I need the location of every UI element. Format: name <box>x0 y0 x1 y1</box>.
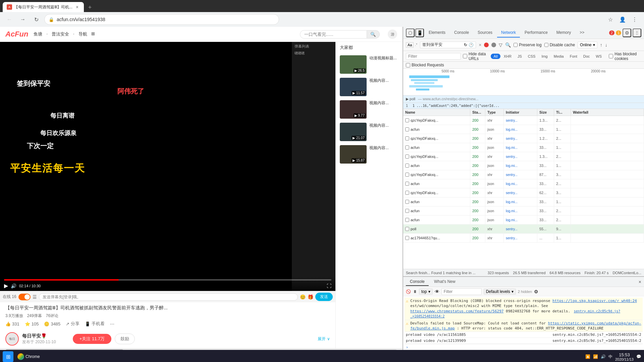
console-close-button[interactable]: × <box>639 279 641 285</box>
blocked-requests-checkbox[interactable] <box>406 63 410 67</box>
console-tab-whatsnew[interactable]: What's New <box>430 278 460 286</box>
refresh-button[interactable]: ↻ <box>31 14 42 25</box>
row-checkbox[interactable] <box>405 118 409 122</box>
emoji-icon[interactable]: 😊 <box>300 294 306 300</box>
row-checkbox[interactable] <box>405 218 409 222</box>
devtools-settings-button[interactable]: ⚙ <box>623 28 631 37</box>
star-stat[interactable]: ⭐ 105 <box>25 321 39 327</box>
table-row[interactable]: acfun 200 json log.mi... 33... 2... <box>403 179 644 188</box>
notification-icon[interactable]: 🔼 <box>585 354 590 359</box>
filter-img[interactable]: Img <box>539 54 550 59</box>
table-row[interactable]: acfun 200 json log.mi... 33... 1... <box>403 125 644 134</box>
danmaku-toggle[interactable] <box>18 294 31 300</box>
table-row[interactable]: qzcYepDFakxq... 200 xhr sentry... 62... … <box>403 188 644 197</box>
table-row[interactable]: acfun 200 json log.mi... 33... 1... <box>403 161 644 170</box>
coin-stat[interactable]: 🪙 3485 <box>44 321 60 327</box>
more-stat[interactable]: ⋯ <box>110 321 114 327</box>
inspect-element-button[interactable]: ⬡ <box>406 28 415 37</box>
nav-item-fish[interactable]: 鱼塘 <box>34 31 42 37</box>
row-checkbox[interactable] <box>405 164 409 168</box>
sourcemap-link[interactable]: https://static.yximgs.com/udata/pkg/acfu… <box>410 321 641 330</box>
star-button[interactable]: ☆ <box>605 14 616 25</box>
forward-button[interactable]: → <box>17 14 28 25</box>
chromestatus-link[interactable]: https://www.chromestatus.com/feature/562… <box>410 309 503 313</box>
play-button[interactable]: ▶ <box>4 283 8 289</box>
filter-all[interactable]: All <box>491 54 500 59</box>
row-checkbox[interactable] <box>405 182 409 186</box>
record-button[interactable] <box>484 43 489 47</box>
row-checkbox[interactable] <box>405 145 409 149</box>
tab-sources[interactable]: Sources <box>474 28 496 38</box>
refresh-search-icon[interactable]: ↻ <box>464 43 467 47</box>
console-tab-console[interactable]: Console <box>406 278 429 286</box>
filter-doc[interactable]: Doc <box>581 54 593 59</box>
nav-item-guide[interactable]: 导航 <box>78 31 87 37</box>
danmaku-input[interactable] <box>39 293 298 301</box>
expand-button[interactable]: 展开 ∨ <box>318 336 330 342</box>
taskbar-chrome-button[interactable]: Chrome <box>15 351 43 362</box>
tab-more[interactable]: >> <box>576 28 588 38</box>
online-dropdown[interactable]: Online ▾ <box>578 42 597 48</box>
header-waterfall[interactable]: Waterfall <box>571 109 644 116</box>
import-icon[interactable]: ↑ <box>600 42 602 48</box>
network-icon[interactable]: 📶 <box>593 354 598 359</box>
share-stat[interactable]: ↗ 分享 <box>66 321 79 327</box>
row-checkbox[interactable] <box>405 236 409 240</box>
filter-ws[interactable]: WS <box>593 54 604 59</box>
site-user-avatar[interactable]: 游 <box>388 29 397 39</box>
mobile-stat[interactable]: 📱 手机看 <box>85 321 105 327</box>
filter-font[interactable]: Font <box>567 54 580 59</box>
scrollbar-thumb[interactable] <box>6 349 123 350</box>
corb-link[interactable]: https://log.skg.ksapisvr.com/r wh40:24 <box>552 299 637 303</box>
account-button[interactable]: 👤 <box>617 14 628 25</box>
list-item[interactable]: ▶ 26.5 动漫视频标题... <box>336 53 402 76</box>
stop-recording-button[interactable] <box>491 43 496 47</box>
tab-memory[interactable]: Memory <box>552 28 575 38</box>
ime-indicator[interactable]: 中 <box>608 354 612 360</box>
header-size[interactable]: Size <box>537 109 554 116</box>
header-type[interactable]: Type <box>485 109 504 116</box>
fullscreen-button[interactable]: ⛶ <box>327 283 331 289</box>
table-row[interactable]: acfun 200 json log.mi... 33... 1... <box>403 143 644 152</box>
top-frame-selector[interactable]: top ▾ <box>419 289 433 295</box>
table-row[interactable]: poll 200 xhr sentry... 55... 9... <box>403 225 644 234</box>
show-desktop-button[interactable]: 💬 <box>636 354 641 359</box>
horizontal-scrollbar[interactable]: ◂ ▸ <box>0 348 402 350</box>
start-button[interactable]: ⊞ <box>3 351 13 362</box>
menu-button[interactable]: ⋮ <box>629 14 640 25</box>
nav-item-safety[interactable]: 普法安全 <box>52 31 69 37</box>
table-row[interactable]: qzcYepDFakxq... 200 xhr sentry... 1.3...… <box>403 116 644 125</box>
scroll-right-arrow[interactable]: ▸ <box>397 349 401 350</box>
devtools-more-button[interactable]: ⋮ <box>633 28 641 37</box>
site-search-input[interactable] <box>300 30 367 39</box>
table-row[interactable]: acfun 200 json log.mi... 33... 2... <box>403 206 644 216</box>
log-source-2[interactable]: sentry.min.c2c85c9d.js?_=1605254015554:2 <box>552 339 641 343</box>
filter-icon[interactable]: ▽ <box>499 42 502 48</box>
export-icon[interactable]: ↓ <box>605 42 607 48</box>
list-item[interactable]: ▶ 11.57 视频内容... <box>336 76 402 98</box>
table-row[interactable]: ac17944651?qu... 200 xhr sentry... ... 1… <box>403 234 644 243</box>
gift-icon[interactable]: 🎁 <box>308 294 313 300</box>
console-input[interactable] <box>410 345 641 350</box>
header-initiator[interactable]: Initiator <box>504 109 537 116</box>
row-checkbox[interactable] <box>405 136 409 140</box>
tab-console[interactable]: Console <box>450 28 473 38</box>
header-time[interactable]: Ti... <box>554 109 571 116</box>
font-size-button[interactable]: Aa <box>406 42 414 48</box>
row-checkbox[interactable] <box>405 200 409 204</box>
encourage-button[interactable]: 鼓励 <box>115 334 135 344</box>
table-row[interactable]: acfun 200 json log.mi... 33... 2... <box>403 216 644 225</box>
row-checkbox[interactable] <box>405 173 409 177</box>
filter-xhr[interactable]: XHR <box>501 54 514 59</box>
device-toolbar-button[interactable]: 📱 <box>415 28 424 37</box>
disable-cache-checkbox[interactable] <box>544 43 548 47</box>
send-button[interactable]: 发送 <box>315 293 333 301</box>
filter-js[interactable]: JS <box>515 54 525 59</box>
hide-data-urls-checkbox[interactable] <box>463 54 467 58</box>
console-eye-icon[interactable]: 👁 <box>435 289 439 294</box>
url-display[interactable]: acfun.cn/v/ac19541938 <box>57 17 275 22</box>
volume-icon[interactable]: 🔊 <box>11 283 16 289</box>
channel-name[interactable]: 每日平安🌹 <box>22 333 56 339</box>
list-item[interactable]: ▶ 21.07 视频内容... <box>336 121 402 143</box>
pause-console-button[interactable]: ⏸ <box>413 289 417 294</box>
